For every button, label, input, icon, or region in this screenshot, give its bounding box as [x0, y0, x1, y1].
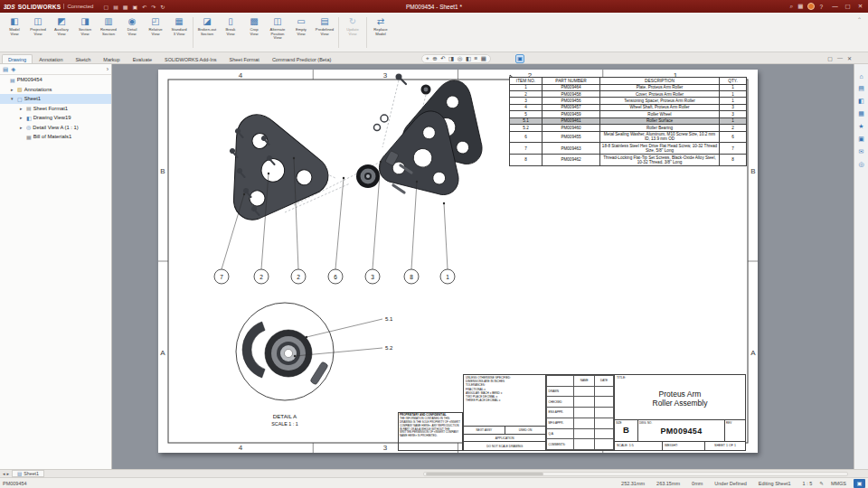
bom-cell[interactable]: Wheel Shaft, Proteus Arm Roller	[600, 104, 720, 110]
bom-row[interactable]: 6PM009455Metal Sealing Washer, Aluminum,…	[510, 131, 747, 143]
tree-item-sheet1[interactable]: ▾▢Sheet1	[0, 94, 111, 104]
relative-view-button[interactable]: ◰Relative View	[144, 14, 167, 51]
zoom-area-icon[interactable]: ⊕	[432, 55, 437, 62]
removed-section-button[interactable]: ▥Removed Section	[97, 14, 120, 51]
caret-icon[interactable]: ▸	[20, 125, 24, 130]
bom-cell[interactable]: PM009455	[542, 131, 600, 143]
bom-cell[interactable]: 6	[720, 131, 747, 143]
tab-markup[interactable]: Markup	[97, 54, 126, 63]
main-plate[interactable]	[203, 96, 334, 225]
alternate-position-view-button[interactable]: ◫Alternate Position View	[266, 14, 289, 51]
expand-panel-icon[interactable]: ›	[107, 66, 108, 72]
detail-view-button[interactable]: ◉Detail View	[120, 14, 144, 51]
bom-row[interactable]: 4PM009457Wheel Shaft, Proteus Arm Roller…	[510, 104, 747, 110]
bom-cell[interactable]: 8	[510, 155, 542, 166]
open-file-icon[interactable]: ▤	[113, 4, 118, 10]
bom-row[interactable]: 7PM00946318-8 Stainless Steel Hex Drive …	[510, 143, 747, 155]
featuremanager-tab-icon[interactable]: ▤	[3, 66, 8, 73]
bom-cell[interactable]: 5	[510, 111, 542, 117]
bom-row[interactable]: 5.2PM009460Roller Bearing2	[510, 125, 747, 131]
bom-cell[interactable]: 8	[720, 155, 747, 166]
break-view-button[interactable]: ▯Break View	[219, 14, 242, 51]
bom-cell[interactable]: Thread-Locking Flat-Tip Set Screws, Blac…	[600, 155, 720, 166]
rebuild-icon[interactable]: ↻	[160, 4, 165, 10]
bom-cell[interactable]: 3	[510, 98, 542, 104]
roller-wheel[interactable]	[356, 164, 380, 188]
bom-cell[interactable]: PM009460	[542, 125, 600, 131]
standard-3-view-button[interactable]: ▦Standard 3 View	[167, 14, 191, 51]
bom-cell[interactable]: 6	[510, 131, 542, 143]
bom-row[interactable]: 5PM009459Roller Wheel3	[510, 111, 747, 117]
washer[interactable]	[374, 125, 381, 131]
section-view-icon[interactable]: ◨	[448, 55, 454, 62]
bom-cell[interactable]: PM009458	[542, 91, 600, 98]
bom-cell[interactable]: 3	[720, 111, 747, 117]
caret-icon[interactable]: ▾	[11, 96, 15, 101]
search-icon[interactable]: ⌕	[790, 3, 794, 10]
bom-cell[interactable]: PM009457	[542, 104, 600, 110]
bom-cell[interactable]: 5.1	[510, 117, 542, 124]
caret-icon[interactable]: ▸	[20, 115, 24, 120]
bom-cell[interactable]: 2	[510, 91, 542, 98]
bearing-pin[interactable]	[310, 361, 329, 385]
tab-command-predictor[interactable]: Command Predictor (Beta)	[266, 54, 337, 63]
bom-cell[interactable]: PM009463	[542, 143, 600, 155]
doc-minimize-icon[interactable]: —	[837, 55, 843, 61]
bom-cell[interactable]: 18-8 Stainless Steel Hex Drive Flat Head…	[600, 143, 720, 155]
prev-sheet-icon[interactable]: ◂	[3, 471, 5, 476]
bom-cell[interactable]: 1	[720, 84, 747, 90]
ribbon-collapse-icon[interactable]: ⌃	[854, 14, 865, 24]
close-icon[interactable]: ✕	[856, 3, 864, 10]
redo-icon[interactable]: ↷	[151, 4, 156, 10]
roller-wheel-section[interactable]	[265, 330, 312, 377]
bom-cell[interactable]: 2	[720, 125, 747, 131]
bom-cell[interactable]: Roller Bearing	[600, 125, 720, 131]
user-avatar[interactable]	[807, 3, 815, 10]
bom-header[interactable]: QTY.	[720, 78, 747, 85]
bom-cell[interactable]: 1	[720, 91, 747, 98]
bom-cell[interactable]: PM009456	[542, 98, 600, 104]
sheet1-tab[interactable]: ▤ Sheet1	[12, 470, 44, 477]
projected-view-button[interactable]: ◫Projected View	[26, 14, 50, 51]
view-settings-icon[interactable]: ▦	[481, 55, 486, 62]
tree-item-sheet-format1[interactable]: ▸▤Sheet Format1	[0, 104, 111, 114]
hide-show-icon[interactable]: ≡	[475, 55, 478, 61]
bom-cell[interactable]: Roller Surface	[600, 117, 720, 124]
roller-surface-section[interactable]	[242, 322, 265, 378]
bom-row[interactable]: 1PM009464Plate, Proteus Arm Roller1	[510, 84, 747, 90]
file-explorer-icon[interactable]: ◧	[858, 98, 864, 105]
active-tool-icon[interactable]: ▣	[515, 54, 524, 63]
help-icon[interactable]: ?	[819, 4, 823, 10]
bom-cell[interactable]: 5.2	[510, 125, 542, 131]
save-icon[interactable]: ▦	[123, 4, 128, 10]
bom-row[interactable]: 3PM009456Tensioning Spacer, Proteus Arm …	[510, 98, 747, 104]
tree-item-pm009454[interactable]: ▤PM009454	[0, 75, 111, 85]
bom-header[interactable]: DESCRIPTION	[600, 78, 720, 85]
caret-icon[interactable]: ▸	[20, 106, 24, 111]
tree-item-detail-view-a[interactable]: ▸◎Detail View A (1 : 1)	[0, 123, 111, 133]
bom-cell[interactable]: 1	[720, 117, 747, 124]
zoom-fit-icon[interactable]: ⌖	[426, 55, 429, 62]
bom-row[interactable]: 2PM009458Cover, Proteus Arm Roller1	[510, 91, 747, 98]
washer[interactable]	[381, 115, 388, 122]
drawing-sheet[interactable]: 4 3 2 1 4 3 2 1 B A B A	[158, 70, 758, 453]
next-sheet-icon[interactable]: ▸	[7, 471, 10, 476]
horizontal-scrollbar[interactable]	[423, 472, 848, 476]
balloon[interactable]: 6	[328, 177, 344, 284]
replace-model-button[interactable]: ⇄Replace Model	[369, 14, 392, 51]
forum-icon[interactable]: ✉	[859, 148, 864, 155]
doc-restore-icon[interactable]: ▢	[827, 55, 833, 61]
tab-evaluate[interactable]: Evaluate	[127, 54, 158, 63]
bom-row[interactable]: 5.1PM009461Roller Surface1	[510, 117, 747, 124]
graphics-area[interactable]: 4 3 2 1 4 3 2 1 B A B A	[113, 64, 854, 469]
exploded-view-drawing[interactable]	[203, 71, 497, 226]
bom-cell[interactable]: 4	[510, 104, 542, 110]
bom-cell[interactable]: PM009461	[542, 117, 600, 124]
bom-cell[interactable]: 7	[720, 143, 747, 155]
bom-cell[interactable]: PM009464	[542, 84, 600, 90]
bom-header[interactable]: PART NUMBER	[542, 78, 600, 85]
scrollbar-thumb[interactable]	[426, 473, 543, 475]
balloon[interactable]: 7	[214, 193, 245, 284]
appearances-icon[interactable]: ★	[858, 123, 863, 130]
empty-view-button[interactable]: ▭Empty View	[289, 14, 313, 51]
